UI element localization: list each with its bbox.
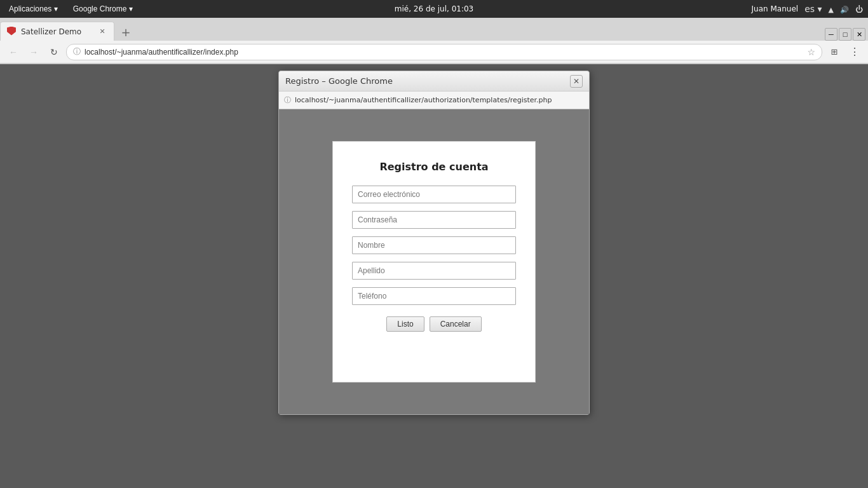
forward-button[interactable]: → (25, 44, 42, 60)
email-input[interactable] (352, 186, 516, 203)
reload-button[interactable]: ↻ (46, 44, 62, 60)
power-icon (855, 4, 863, 14)
address-bar-container: ⓘ ☆ (66, 44, 822, 60)
window-maximize[interactable]: □ (839, 28, 851, 41)
dialog-urlbar: ⓘ localhost/~juanma/authentificallizer/a… (279, 92, 589, 109)
tab-favicon (7, 27, 17, 37)
os-user-name: Juan Manuel (752, 4, 799, 13)
cancel-button[interactable]: Cancelar (430, 316, 482, 332)
applications-menu[interactable]: Aplicaciones ▾ (5, 3, 62, 15)
wifi-icon (829, 4, 834, 14)
tab-title: Satellizer Demo (21, 27, 93, 36)
back-button[interactable]: ← (5, 44, 22, 60)
tab-close-button[interactable]: ✕ (97, 27, 107, 37)
form-card: Registro de cuenta Listo Cancelar (332, 141, 536, 383)
submit-button[interactable]: Listo (386, 316, 424, 332)
dialog-close-button[interactable]: ✕ (570, 75, 583, 88)
window-close[interactable]: ✕ (853, 28, 865, 41)
dialog-overlay: Registro – Google Chrome ✕ ⓘ localhost/~… (0, 64, 868, 488)
background-page: Registro – Google Chrome ✕ ⓘ localhost/~… (0, 64, 868, 488)
os-topbar-left: Aplicaciones ▾ Google Chrome ▾ (5, 3, 137, 15)
browser-chrome: Satellizer Demo ✕ + ─ □ ✕ ← → ↻ ⓘ ☆ ⊞ ⋮ (0, 18, 868, 64)
os-topbar-datetime: mié, 26 de jul, 01:03 (395, 4, 473, 13)
language-indicator[interactable]: es ▾ (804, 4, 822, 14)
tab-bar: Satellizer Demo ✕ + ─ □ ✕ (0, 18, 868, 41)
security-icon: ⓘ (73, 46, 81, 57)
chrome-menu-button[interactable]: ⋮ (846, 44, 863, 60)
apellido-input[interactable] (352, 262, 516, 280)
bookmark-star-icon[interactable]: ☆ (807, 47, 815, 57)
telefono-input[interactable] (352, 287, 516, 305)
navigation-bar: ← → ↻ ⓘ ☆ ⊞ ⋮ (0, 41, 868, 64)
form-title: Registro de cuenta (379, 161, 488, 173)
os-topbar-right: Juan Manuel es ▾ (752, 4, 863, 14)
resize-icon[interactable]: ⊞ (826, 44, 843, 60)
dialog-window: Registro – Google Chrome ✕ ⓘ localhost/~… (278, 71, 590, 415)
dialog-security-icon: ⓘ (284, 95, 291, 105)
nombre-input[interactable] (352, 236, 516, 254)
dialog-title: Registro – Google Chrome (285, 76, 393, 86)
browser-tab-active[interactable]: Satellizer Demo ✕ (0, 22, 114, 41)
chrome-menu[interactable]: Google Chrome ▾ (69, 3, 137, 15)
dialog-content: Registro de cuenta Listo Cancelar (279, 109, 589, 414)
password-input[interactable] (352, 211, 516, 229)
volume-icon (840, 4, 849, 14)
window-minimize[interactable]: ─ (825, 28, 837, 41)
form-buttons: Listo Cancelar (386, 316, 481, 332)
os-topbar: Aplicaciones ▾ Google Chrome ▾ mié, 26 d… (0, 0, 868, 18)
dialog-titlebar: Registro – Google Chrome ✕ (279, 71, 589, 92)
dialog-url-text: localhost/~juanma/authentificallizer/aut… (295, 96, 552, 104)
new-tab-button[interactable]: + (117, 23, 135, 41)
address-bar[interactable] (85, 48, 803, 57)
browser-content: Registro – Google Chrome ✕ ⓘ localhost/~… (0, 64, 868, 488)
